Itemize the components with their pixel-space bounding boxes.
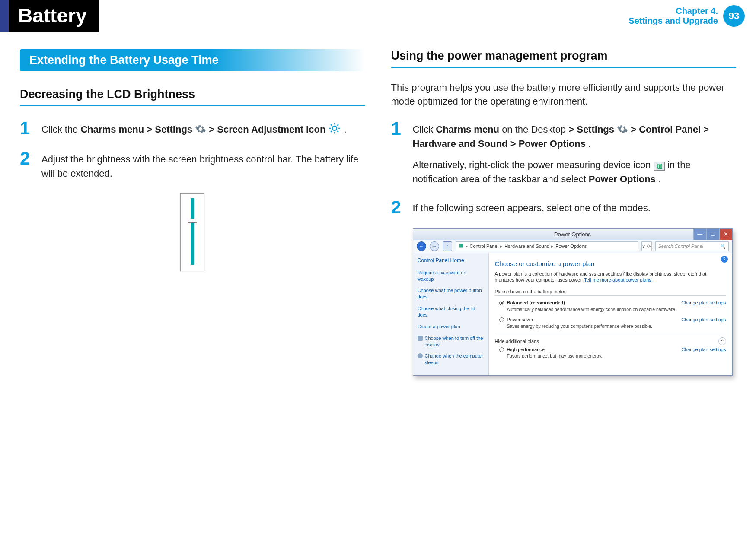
main-panel: ? Choose or customize a power plan A pow… <box>489 253 732 375</box>
nav-forward-button[interactable]: → <box>430 241 439 251</box>
breadcrumb[interactable]: ▸ Control Panel ▸ Hardware and Sound ▸ P… <box>456 241 638 251</box>
header-left: Battery <box>0 0 99 32</box>
window-body: Control Panel Home Require a password on… <box>413 253 732 375</box>
help-icon[interactable]: ? <box>721 256 728 263</box>
hide-additional-row: Hide additional plans ⌃ <box>495 334 726 345</box>
plan-name[interactable]: Balanced (recommended) <box>507 300 565 305</box>
hide-additional-label: Hide additional plans <box>495 339 539 344</box>
divider <box>495 295 726 296</box>
refresh-button[interactable]: ∨ ⟳ <box>641 241 652 251</box>
step-number: 2 <box>391 198 405 216</box>
display-icon <box>418 336 423 341</box>
plan-name[interactable]: Power saver <box>507 317 533 322</box>
svg-line-5 <box>331 124 332 126</box>
sleep-icon <box>418 353 423 358</box>
plan-power-saver: Power saver Change plan settings Saves e… <box>499 317 726 329</box>
address-bar: ← → ↑ ▸ Control Panel ▸ Hardware and Sou… <box>413 240 732 253</box>
header-accent-bar <box>0 0 9 32</box>
step-body: If the following screen appears, select … <box>413 198 651 216</box>
plan-desc: Saves energy by reducing your computer's… <box>507 324 726 329</box>
gear-icon <box>195 124 206 135</box>
sidebar-link-display-off[interactable]: Choose when to turn off the display <box>418 335 484 348</box>
left-column: Extending the Battery Usage Time Decreas… <box>20 49 365 376</box>
change-plan-link[interactable]: Change plan settings <box>681 300 726 305</box>
step-number: 1 <box>391 120 405 186</box>
close-button[interactable]: ✕ <box>719 229 732 240</box>
brightness-icon <box>328 122 341 135</box>
sidebar-home[interactable]: Control Panel Home <box>418 257 484 263</box>
step-number: 1 <box>20 119 34 137</box>
slider-track[interactable] <box>191 198 194 265</box>
power-options-window: Power Options — ☐ ✕ ← → ↑ ▸ Control Pane… <box>413 228 733 376</box>
svg-rect-12 <box>459 244 463 248</box>
left-step-1: 1 Click the Charms menu > Settings > Scr… <box>20 119 365 137</box>
nav-back-button[interactable]: ← <box>417 241 426 251</box>
sidebar-link-power-button[interactable]: Choose what the power button does <box>418 287 484 300</box>
breadcrumb-seg[interactable]: Hardware and Sound <box>504 244 549 249</box>
plan-balanced: Balanced (recommended) Change plan setti… <box>499 300 726 312</box>
svg-rect-10 <box>657 165 657 168</box>
chapter-line1: Chapter 4. <box>628 6 718 16</box>
sidebar-link-lid[interactable]: Choose what closing the lid does <box>418 305 484 318</box>
left-step-2: 2 Adjust the brightness with the screen … <box>20 149 365 181</box>
search-placeholder: Search Control Panel <box>658 244 704 249</box>
breadcrumb-seg[interactable]: Power Options <box>555 244 587 249</box>
change-plan-link[interactable]: Change plan settings <box>681 317 726 322</box>
search-icon: 🔍 <box>720 244 726 249</box>
slider-frame <box>180 193 204 271</box>
radio-power-saver[interactable] <box>499 317 504 322</box>
sidebar-link-create-plan[interactable]: Create a power plan <box>418 324 484 330</box>
battery-tray-icon <box>654 162 665 171</box>
page-number-badge: 93 <box>723 5 745 27</box>
section-banner: Extending the Battery Usage Time <box>20 49 365 71</box>
minimize-button[interactable]: — <box>693 229 706 240</box>
chapter-label: Chapter 4. Settings and Upgrade <box>628 6 718 26</box>
plan-high-performance: High performance Change plan settings Fa… <box>499 347 726 358</box>
plans-subtitle: Plans shown on the battery meter <box>495 289 726 294</box>
svg-line-8 <box>338 124 339 126</box>
breadcrumb-icon <box>459 243 464 249</box>
step-number: 2 <box>20 149 34 181</box>
page-header: Battery Chapter 4. Settings and Upgrade … <box>0 0 756 32</box>
right-intro: This program helps you use the battery m… <box>391 81 737 108</box>
right-heading: Using the power management program <box>391 49 737 68</box>
learn-more-link[interactable]: Tell me more about power plans <box>584 277 651 282</box>
change-plan-link[interactable]: Change plan settings <box>681 347 726 352</box>
step-body: Click Charms menu on the Desktop > Setti… <box>413 120 737 186</box>
plan-desc: Favors performance, but may use more ene… <box>507 353 726 358</box>
right-step-1: 1 Click Charms menu on the Desktop > Set… <box>391 120 737 186</box>
maximize-button[interactable]: ☐ <box>706 229 719 240</box>
right-column: Using the power management program This … <box>391 49 737 376</box>
right-step-2: 2 If the following screen appears, selec… <box>391 198 737 216</box>
sidebar-link-sleep[interactable]: Change when the computer sleeps <box>418 353 484 366</box>
header-right: Chapter 4. Settings and Upgrade 93 <box>628 0 756 32</box>
svg-line-7 <box>331 131 332 132</box>
left-subheading: Decreasing the LCD Brightness <box>20 88 365 106</box>
panel-description: A power plan is a collection of hardware… <box>495 271 726 283</box>
slider-thumb[interactable] <box>188 219 197 223</box>
step-body: Click the Charms menu > Settings > Scree… <box>41 119 347 137</box>
breadcrumb-seg[interactable]: Control Panel <box>470 244 499 249</box>
nav-up-button[interactable]: ↑ <box>443 241 452 251</box>
gear-icon <box>617 124 628 135</box>
step-body: Adjust the brightness with the screen br… <box>41 149 365 181</box>
panel-title: Choose or customize a power plan <box>495 260 726 267</box>
search-input[interactable]: Search Control Panel 🔍 <box>655 241 729 251</box>
window-title: Power Options <box>554 231 591 238</box>
brightness-slider-figure <box>20 193 365 271</box>
radio-balanced[interactable] <box>499 301 504 305</box>
page-body: Extending the Battery Usage Time Decreas… <box>0 32 756 376</box>
window-titlebar[interactable]: Power Options — ☐ ✕ <box>413 229 732 240</box>
sidebar-link-password[interactable]: Require a password on wakeup <box>418 270 484 282</box>
page-title: Battery <box>9 0 99 32</box>
window-buttons: — ☐ ✕ <box>693 229 732 240</box>
plan-name[interactable]: High performance <box>507 347 545 352</box>
sidebar: Control Panel Home Require a password on… <box>413 253 489 375</box>
collapse-button[interactable]: ⌃ <box>718 337 726 345</box>
svg-point-0 <box>332 126 337 130</box>
svg-line-6 <box>338 131 339 132</box>
radio-high-performance[interactable] <box>499 347 504 352</box>
plan-desc: Automatically balances performance with … <box>507 307 726 312</box>
chapter-line2: Settings and Upgrade <box>628 16 718 26</box>
svg-rect-11 <box>659 165 661 168</box>
